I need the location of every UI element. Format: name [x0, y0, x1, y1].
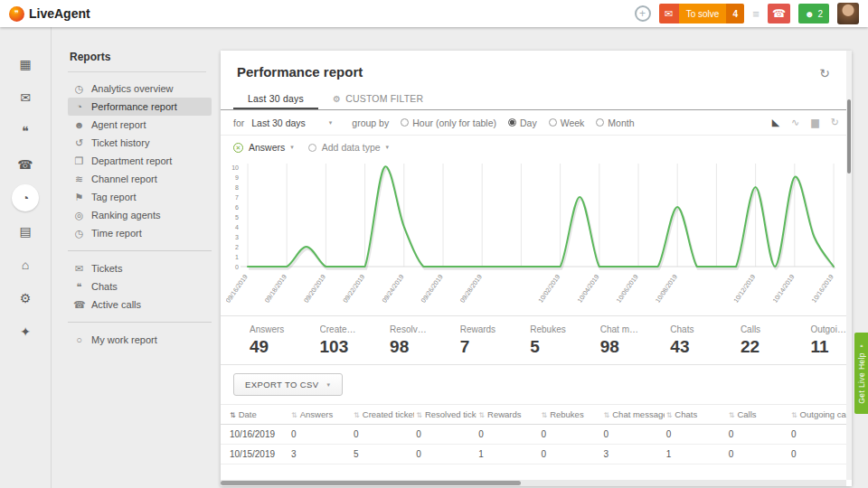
get-live-help-tab[interactable]: ❝ Get Live Help [854, 333, 868, 414]
sidebar-item-my-work-report[interactable]: ○My work report [68, 331, 212, 349]
add-data-type-label: Add data type [322, 142, 381, 153]
rail-addons-icon[interactable]: ✦ [9, 314, 42, 348]
to-solve-button[interactable]: ✉ To solve 4 [659, 4, 745, 23]
refresh-icon[interactable]: ↻ [819, 66, 830, 80]
svg-text:10/06/2019: 10/06/2019 [615, 273, 640, 305]
sidebar-item-label: Analytics overview [91, 83, 173, 94]
chart-type-buttons: ◣∿▆↻ [772, 117, 839, 128]
table-row[interactable]: 10/15/2019350103100 [221, 445, 852, 465]
people-icon: ☻ [805, 9, 815, 19]
horizontal-scrollbar[interactable] [221, 480, 846, 486]
sidebar-item-label: Performance report [91, 101, 177, 112]
caret-down-icon: ▾ [329, 119, 333, 127]
col-header-date[interactable]: ⇅Date [221, 405, 289, 425]
radio-month[interactable]: Month [596, 117, 634, 128]
settings-glyph: ⚙ [20, 291, 32, 305]
stat-value: 5 [530, 337, 571, 357]
sidebar-item-analytics-overview[interactable]: ◷Analytics overview [68, 80, 212, 98]
rail-chats-icon[interactable]: ❝ [9, 114, 42, 147]
rail-tickets-mail-icon[interactable]: ✉ [9, 80, 42, 114]
sidebar-item-agent-report[interactable]: ☻Agent report [68, 116, 212, 134]
zoom-icon[interactable]: + [635, 5, 651, 22]
rail-settings-icon[interactable]: ⚙ [9, 281, 42, 314]
sidebar-item-department-report[interactable]: ❐Department report [68, 152, 212, 170]
auto-refresh-icon[interactable]: ↻ [831, 117, 839, 128]
radio-label: Hour (only for table) [412, 117, 496, 128]
sidebar-item-time-report[interactable]: ◷Time report [68, 224, 212, 242]
live-help-icon: ❝ [860, 343, 863, 350]
tag-icon: ⚑ [73, 192, 85, 203]
sidebar-item-chats[interactable]: ❝Chats [68, 277, 212, 296]
svg-text:10/12/2019: 10/12/2019 [731, 273, 757, 305]
col-header-chats[interactable]: ⇅Chats [665, 405, 727, 425]
col-header-answers[interactable]: ⇅Answers [289, 405, 352, 425]
billing-glyph: ▤ [19, 224, 31, 239]
sidebar-item-ticket-history[interactable]: ↺Ticket history [68, 134, 212, 152]
rail-billing-icon[interactable]: ▤ [9, 214, 42, 248]
sidebar-item-tag-report[interactable]: ⚑Tag report [68, 188, 212, 206]
svg-text:09/22/2019: 09/22/2019 [341, 273, 366, 305]
rail-reports-icon[interactable]: ◔ [9, 181, 42, 214]
stat-resolved-tickets: Resolved tickets98 [361, 324, 431, 357]
sort-icon: ⇅ [604, 411, 610, 419]
svg-text:7: 7 [235, 194, 239, 201]
radio-label: Day [520, 117, 537, 128]
remove-series-icon[interactable]: ✕ [233, 143, 243, 153]
svg-text:10: 10 [231, 164, 239, 171]
add-series-circle-icon [308, 144, 316, 152]
stat-label: Rewards [460, 324, 502, 334]
radio-hour-only-for-table[interactable]: Hour (only for table) [401, 117, 496, 128]
rail-company-icon[interactable]: ⌂ [9, 248, 42, 281]
menu-icon[interactable]: ≡ [752, 7, 760, 21]
col-header-outgoing-calls[interactable]: ⇅Outgoing calls [789, 405, 852, 425]
add-data-type-button[interactable]: Add data type ▾ [308, 142, 389, 153]
liveagent-logo[interactable]: ❞ LiveAgent [9, 6, 90, 22]
sidebar-item-ranking-agents[interactable]: ◎Ranking agents [68, 206, 212, 224]
line-chart-icon[interactable]: ∿ [791, 117, 799, 128]
series-chip-answers[interactable]: ✕ Answers ▾ [233, 142, 294, 153]
export-to-csv-button[interactable]: EXPORT TO CSV ▾ [233, 373, 343, 396]
tab-custom-filter[interactable]: ⚙CUSTOM FILTER [318, 87, 438, 109]
col-header-chat-messages[interactable]: ⇅Chat messages [602, 405, 665, 425]
sidebar-item-active-calls[interactable]: ☎Active calls [68, 296, 212, 314]
bar-chart-icon[interactable]: ▆ [811, 117, 818, 128]
rail-calls-icon[interactable]: ☎ [9, 147, 42, 181]
svg-text:4: 4 [235, 224, 239, 230]
range-select[interactable]: Last 30 days ▾ [251, 117, 332, 128]
sort-icon: ⇅ [666, 411, 673, 419]
v-scroll-thumb[interactable] [847, 99, 851, 174]
col-label: Rebukes [550, 409, 584, 419]
tab-last-30-days[interactable]: Last 30 days [233, 87, 318, 109]
svg-text:09/26/2019: 09/26/2019 [420, 273, 445, 305]
caret-down-icon: ▾ [327, 381, 331, 389]
user-avatar[interactable] [837, 3, 859, 24]
col-header-resolved-tickets[interactable]: ⇅Resolved tickets [414, 405, 476, 425]
radio-week[interactable]: Week [549, 117, 585, 128]
table-row[interactable]: 10/16/2019000000000 [221, 425, 852, 445]
gauge-icon: ◔ [73, 101, 85, 112]
col-header-created-tickets[interactable]: ⇅Created tickets [352, 405, 414, 425]
calls-button[interactable]: ☎ [768, 4, 790, 23]
vertical-scrollbar[interactable] [846, 51, 852, 480]
radio-day[interactable]: Day [508, 117, 537, 128]
col-header-rebukes[interactable]: ⇅Rebukes [539, 405, 601, 425]
tickets-mail-glyph: ✉ [20, 90, 31, 105]
gear-icon: ⚙ [333, 94, 341, 104]
svg-text:09/28/2019: 09/28/2019 [458, 273, 484, 305]
svg-text:09/24/2019: 09/24/2019 [380, 273, 405, 305]
svg-text:10/04/2019: 10/04/2019 [575, 273, 600, 305]
col-header-rewards[interactable]: ⇅Rewards [476, 405, 539, 425]
cell-value: 0 [789, 445, 852, 465]
person-icon: ☻ [73, 119, 85, 130]
online-visitors-button[interactable]: ☻ 2 [798, 4, 829, 23]
sidebar-item-tickets[interactable]: ✉Tickets [68, 259, 212, 277]
rail-dashboard-icon[interactable]: ▦ [9, 47, 42, 80]
sidebar-item-channel-report[interactable]: ≋Channel report [68, 170, 212, 188]
col-header-calls[interactable]: ⇅Calls [727, 405, 789, 425]
svg-text:1: 1 [235, 254, 239, 260]
area-chart-icon[interactable]: ◣ [772, 117, 779, 128]
sidebar-item-performance-report[interactable]: ◔Performance report [68, 98, 212, 116]
sidebar-item-label: Tag report [91, 192, 137, 202]
rss-icon: ≋ [73, 174, 85, 185]
h-scroll-thumb[interactable] [221, 481, 521, 485]
